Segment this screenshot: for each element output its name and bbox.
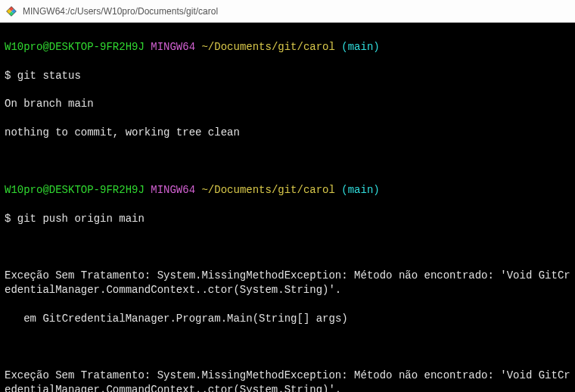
prompt-branch: (main) xyxy=(341,184,379,196)
window-title: MINGW64:/c/Users/W10pro/Documents/git/ca… xyxy=(23,6,218,17)
prompt-env: MINGW64 xyxy=(151,41,195,53)
prompt-symbol: $ xyxy=(5,213,11,225)
prompt-branch: (main) xyxy=(341,41,379,53)
output-line: em GitCredentialManager.Program.Main(Str… xyxy=(5,312,570,326)
prompt-env: MINGW64 xyxy=(151,184,195,196)
prompt-user-host: W10pro@DESKTOP-9FR2H9J xyxy=(5,184,145,196)
title-bar[interactable]: MINGW64:/c/Users/W10pro/Documents/git/ca… xyxy=(0,0,575,23)
command-line: $ git push origin main xyxy=(5,212,570,226)
terminal-body[interactable]: W10pro@DESKTOP-9FR2H9J MINGW64 ~/Documen… xyxy=(0,23,575,392)
prompt-path: ~/Documents/git/carol xyxy=(201,184,334,196)
prompt-symbol: $ xyxy=(5,70,11,82)
app-icon xyxy=(6,6,17,17)
blank-line xyxy=(5,154,570,169)
prompt-user-host: W10pro@DESKTOP-9FR2H9J xyxy=(5,41,145,53)
output-line: Exceção Sem Tratamento: System.MissingMe… xyxy=(5,369,570,392)
prompt-line: W10pro@DESKTOP-9FR2H9J MINGW64 ~/Documen… xyxy=(5,183,570,198)
command-line: $ git status xyxy=(5,69,570,83)
command-text: git status xyxy=(17,70,81,82)
blank-line xyxy=(5,341,570,355)
output-line: On branch main xyxy=(5,97,570,111)
prompt-path: ~/Documents/git/carol xyxy=(201,41,334,53)
terminal-window: MINGW64:/c/Users/W10pro/Documents/git/ca… xyxy=(0,0,575,392)
prompt-line: W10pro@DESKTOP-9FR2H9J MINGW64 ~/Documen… xyxy=(5,40,570,54)
blank-line xyxy=(5,240,570,254)
command-text: git push origin main xyxy=(17,213,145,225)
output-line: Exceção Sem Tratamento: System.MissingMe… xyxy=(5,269,570,297)
output-line: nothing to commit, working tree clean xyxy=(5,126,570,140)
